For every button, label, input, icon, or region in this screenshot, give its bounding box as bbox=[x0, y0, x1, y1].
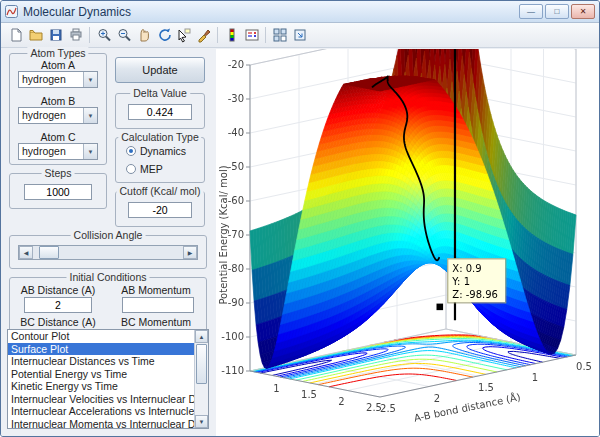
dock-figure-icon[interactable] bbox=[290, 25, 309, 45]
insert-legend-icon[interactable] bbox=[242, 25, 261, 45]
ab-distance-label: AB Distance (A) bbox=[10, 284, 106, 296]
delta-value-input[interactable] bbox=[128, 104, 192, 120]
scroll-down-icon[interactable]: ▼ bbox=[195, 415, 208, 428]
pan-icon[interactable] bbox=[134, 25, 153, 45]
atom-types-group: Atom Types Atom A hydrogen ▼ Atom B hydr… bbox=[9, 53, 107, 165]
list-item[interactable]: Internuclear Accelerations vs Internucle… bbox=[8, 405, 194, 418]
toolbar-separator bbox=[89, 27, 90, 43]
list-item[interactable]: Internuclear Distances vs Time bbox=[8, 355, 194, 368]
list-item[interactable]: Contour Plot bbox=[8, 330, 194, 343]
cutoff-title: Cutoff (Kcal/ mol) bbox=[117, 185, 204, 197]
radio-dynamics-label: Dynamics bbox=[140, 145, 186, 157]
plot-tools-icon[interactable] bbox=[270, 25, 289, 45]
print-figure-icon[interactable] bbox=[66, 25, 85, 45]
chevron-down-icon[interactable]: ▼ bbox=[83, 72, 97, 87]
zoom-in-icon[interactable] bbox=[94, 25, 113, 45]
rotate-3d-icon[interactable] bbox=[154, 25, 173, 45]
radio-mep[interactable]: MEP bbox=[126, 163, 163, 175]
list-item[interactable]: Potential Energy vs Time bbox=[8, 368, 194, 381]
new-figure-icon[interactable] bbox=[6, 25, 25, 45]
atom-c-label: Atom C bbox=[10, 131, 106, 143]
calculation-type-group: Calculation Type Dynamics MEP bbox=[115, 137, 205, 183]
atom-a-label: Atom A bbox=[10, 59, 106, 71]
listbox-scrollbar[interactable]: ▲ ▼ bbox=[194, 330, 208, 428]
control-panel: Atom Types Atom A hydrogen ▼ Atom B hydr… bbox=[1, 49, 216, 436]
toolbar-separator bbox=[217, 27, 218, 43]
radio-mep-label: MEP bbox=[140, 163, 163, 175]
close-button[interactable]: ✕ bbox=[571, 4, 595, 19]
atom-b-dropdown[interactable]: hydrogen ▼ bbox=[18, 107, 98, 124]
figure-content: Atom Types Atom A hydrogen ▼ Atom B hydr… bbox=[1, 49, 599, 436]
minimize-button[interactable]: — bbox=[519, 4, 543, 19]
chevron-down-icon[interactable]: ▼ bbox=[83, 108, 97, 123]
cutoff-group: Cutoff (Kcal/ mol) bbox=[115, 191, 205, 227]
zoom-out-icon[interactable] bbox=[114, 25, 133, 45]
calculation-type-title: Calculation Type bbox=[118, 131, 201, 143]
slider-track[interactable] bbox=[33, 246, 183, 259]
update-button[interactable]: Update bbox=[115, 57, 205, 83]
app-icon bbox=[5, 5, 18, 18]
ab-distance-input[interactable] bbox=[24, 297, 92, 313]
atom-a-dropdown[interactable]: hydrogen ▼ bbox=[18, 71, 98, 88]
collision-angle-group: Collision Angle ◀ ▶ bbox=[9, 235, 207, 269]
data-cursor-icon[interactable] bbox=[174, 25, 193, 45]
initial-conditions-title: Initial Conditions bbox=[66, 271, 149, 283]
ab-momentum-label: AB Momentum bbox=[108, 284, 204, 296]
plot-type-list: Contour Plot Surface Plot Internuclear D… bbox=[8, 330, 194, 428]
maximize-button[interactable]: □ bbox=[545, 4, 569, 19]
delta-value-group: Delta Value bbox=[115, 93, 205, 129]
atom-types-title: Atom Types bbox=[27, 47, 88, 59]
atom-c-value: hydrogen bbox=[19, 144, 83, 159]
radio-selected-icon bbox=[126, 146, 136, 156]
chevron-down-icon[interactable]: ▼ bbox=[83, 144, 97, 159]
atom-a-value: hydrogen bbox=[19, 72, 83, 87]
radio-unselected-icon bbox=[126, 164, 136, 174]
steps-group: Steps bbox=[9, 173, 107, 209]
atom-b-label: Atom B bbox=[10, 95, 106, 107]
plot-area bbox=[216, 49, 599, 436]
slider-left-arrow-icon[interactable]: ◀ bbox=[19, 246, 33, 259]
delta-value-title: Delta Value bbox=[130, 87, 190, 99]
plot-type-listbox[interactable]: Contour Plot Surface Plot Internuclear D… bbox=[7, 329, 209, 429]
app-window: Molecular Dynamics — □ ✕ Atom Types bbox=[0, 0, 600, 437]
open-file-icon[interactable] bbox=[26, 25, 45, 45]
radio-dynamics[interactable]: Dynamics bbox=[126, 145, 186, 157]
list-item-selected[interactable]: Surface Plot bbox=[8, 343, 194, 356]
bc-distance-label: BC Distance (A) bbox=[10, 316, 106, 328]
bc-momentum-label: BC Momentum bbox=[108, 316, 204, 328]
surface-3d-canvas[interactable] bbox=[216, 49, 600, 437]
brush-icon[interactable] bbox=[194, 25, 213, 45]
steps-input[interactable] bbox=[24, 184, 92, 200]
list-item[interactable]: Kinetic Energy vs Time bbox=[8, 380, 194, 393]
steps-title: Steps bbox=[42, 167, 75, 179]
collision-angle-title: Collision Angle bbox=[71, 229, 146, 241]
scrollbar-thumb[interactable] bbox=[196, 344, 207, 384]
collision-angle-slider[interactable]: ◀ ▶ bbox=[18, 245, 198, 260]
slider-thumb[interactable] bbox=[39, 246, 59, 259]
list-item[interactable]: Internuclear Velocities vs Internuclear … bbox=[8, 393, 194, 406]
ab-momentum-input[interactable] bbox=[122, 297, 194, 313]
toolbar-separator bbox=[265, 27, 266, 43]
window-title: Molecular Dynamics bbox=[23, 5, 519, 19]
list-item[interactable]: Internuclear Momenta vs Internuclear Dis… bbox=[8, 418, 194, 430]
cutoff-input[interactable] bbox=[128, 202, 192, 218]
insert-colorbar-icon[interactable] bbox=[222, 25, 241, 45]
save-figure-icon[interactable] bbox=[46, 25, 65, 45]
figure-toolbar bbox=[1, 23, 599, 48]
title-bar[interactable]: Molecular Dynamics — □ ✕ bbox=[1, 1, 599, 23]
atom-b-value: hydrogen bbox=[19, 108, 83, 123]
atom-c-dropdown[interactable]: hydrogen ▼ bbox=[18, 143, 98, 160]
scroll-up-icon[interactable]: ▲ bbox=[195, 330, 208, 343]
slider-right-arrow-icon[interactable]: ▶ bbox=[183, 246, 197, 259]
